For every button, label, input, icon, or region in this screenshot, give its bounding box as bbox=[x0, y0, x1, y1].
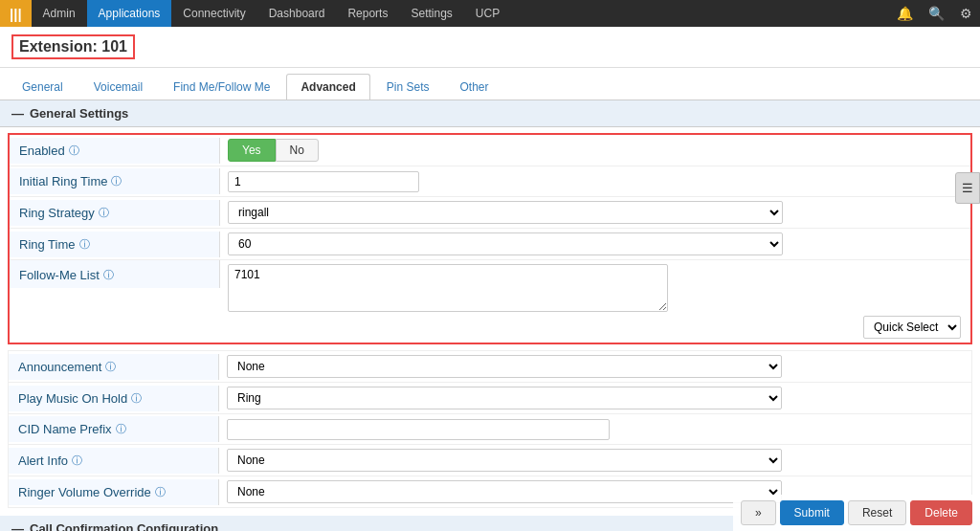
top-nav-right: 🔔 🔍 ⚙ bbox=[889, 6, 980, 21]
ring-time-select[interactable]: 60 bbox=[228, 232, 783, 255]
tab-advanced[interactable]: Advanced bbox=[286, 74, 369, 100]
cid-name-prefix-label: CID Name Prefix ⓘ bbox=[9, 416, 219, 442]
enabled-toggle: Yes No bbox=[228, 139, 319, 162]
nav-admin[interactable]: Admin bbox=[32, 0, 87, 27]
follow-me-list-label: Follow-Me List ⓘ bbox=[10, 260, 220, 288]
nav-ucp[interactable]: UCP bbox=[464, 0, 511, 27]
enabled-help-icon[interactable]: ⓘ bbox=[69, 144, 79, 158]
brand-icon: ||| bbox=[10, 6, 22, 22]
announcement-value: None bbox=[219, 351, 971, 382]
play-music-select[interactable]: Ring bbox=[227, 387, 782, 409]
play-music-value: Ring bbox=[219, 383, 971, 413]
nav-applications[interactable]: Applications bbox=[87, 0, 172, 27]
ringer-volume-label: Ringer Volume Override ⓘ bbox=[9, 479, 219, 505]
ring-strategy-row: Ring Strategy ⓘ ringall bbox=[10, 197, 970, 229]
ring-strategy-select[interactable]: ringall bbox=[228, 201, 783, 224]
play-music-help-icon[interactable]: ⓘ bbox=[131, 391, 142, 406]
main-content: — General Settings Enabled ⓘ Yes No bbox=[0, 100, 980, 531]
general-settings-title: General Settings bbox=[30, 106, 128, 121]
bottom-action-bar: » Submit Reset Delete bbox=[733, 495, 980, 531]
ring-strategy-label: Ring Strategy ⓘ bbox=[10, 200, 220, 226]
ring-time-value: 60 bbox=[220, 229, 970, 259]
initial-ring-time-help-icon[interactable]: ⓘ bbox=[111, 174, 122, 188]
enabled-label: Enabled ⓘ bbox=[10, 138, 220, 164]
delete-button[interactable]: Delete bbox=[910, 500, 972, 525]
nav-dashboard[interactable]: Dashboard bbox=[257, 0, 337, 27]
tab-other[interactable]: Other bbox=[446, 74, 503, 100]
reset-button[interactable]: Reset bbox=[848, 500, 906, 525]
alert-info-select[interactable]: None bbox=[227, 449, 782, 472]
highlighted-fields-section: Enabled ⓘ Yes No Initial Ring Time ⓘ bbox=[8, 133, 972, 344]
submit-button[interactable]: Submit bbox=[780, 500, 844, 525]
play-music-label: Play Music On Hold ⓘ bbox=[9, 386, 219, 411]
tab-general[interactable]: General bbox=[8, 74, 78, 100]
call-confirmation-title: Call Confirmation Configuration bbox=[30, 521, 218, 531]
follow-me-list-help-icon[interactable]: ⓘ bbox=[103, 268, 114, 282]
enabled-yes-button[interactable]: Yes bbox=[228, 139, 276, 162]
search-icon[interactable]: 🔍 bbox=[921, 6, 952, 21]
follow-me-list-row: Follow-Me List ⓘ 7101 Quick Select bbox=[10, 260, 970, 343]
ringer-volume-help-icon[interactable]: ⓘ bbox=[155, 485, 166, 499]
enabled-no-button[interactable]: No bbox=[276, 139, 319, 162]
announcement-label: Announcement ⓘ bbox=[9, 354, 219, 380]
alert-info-help-icon[interactable]: ⓘ bbox=[72, 454, 82, 468]
ringer-volume-select[interactable]: None bbox=[227, 480, 782, 503]
cid-name-prefix-row: CID Name Prefix ⓘ bbox=[9, 414, 971, 445]
other-fields-section: Announcement ⓘ None Play Music On Hold ⓘ bbox=[8, 350, 972, 508]
nav-reports[interactable]: Reports bbox=[336, 0, 399, 27]
top-navigation: ||| Admin Applications Connectivity Dash… bbox=[0, 0, 980, 27]
alert-info-row: Alert Info ⓘ None bbox=[9, 445, 971, 476]
cid-name-prefix-value bbox=[219, 415, 971, 444]
tab-pinsets[interactable]: Pin Sets bbox=[372, 74, 444, 100]
nav-settings[interactable]: Settings bbox=[399, 0, 463, 27]
extension-title-bar: Extension: 101 bbox=[0, 27, 980, 68]
bell-icon[interactable]: 🔔 bbox=[889, 6, 921, 21]
arrow-button[interactable]: » bbox=[741, 500, 776, 525]
list-icon: ☰ bbox=[962, 181, 973, 195]
cid-name-prefix-help-icon[interactable]: ⓘ bbox=[116, 422, 126, 436]
initial-ring-time-value bbox=[220, 167, 970, 196]
announcement-help-icon[interactable]: ⓘ bbox=[105, 360, 116, 374]
alert-info-label: Alert Info ⓘ bbox=[9, 448, 219, 474]
follow-me-list-textarea[interactable]: 7101 bbox=[228, 264, 668, 312]
alert-info-value: None bbox=[219, 445, 971, 476]
initial-ring-time-label: Initial Ring Time ⓘ bbox=[10, 168, 220, 194]
ring-time-row: Ring Time ⓘ 60 bbox=[10, 229, 970, 260]
gear-icon[interactable]: ⚙ bbox=[952, 6, 980, 21]
tab-findme[interactable]: Find Me/Follow Me bbox=[159, 74, 284, 100]
nav-connectivity[interactable]: Connectivity bbox=[171, 0, 256, 27]
ring-strategy-help-icon[interactable]: ⓘ bbox=[99, 206, 109, 220]
ring-strategy-value: ringall bbox=[220, 197, 970, 228]
right-panel-toggle[interactable]: ☰ bbox=[955, 172, 980, 204]
cid-name-prefix-input[interactable] bbox=[227, 419, 610, 440]
quick-select-dropdown[interactable]: Quick Select bbox=[863, 316, 961, 339]
enabled-row: Enabled ⓘ Yes No bbox=[10, 135, 970, 166]
brand-logo: ||| bbox=[0, 0, 32, 27]
initial-ring-time-row: Initial Ring Time ⓘ bbox=[10, 166, 970, 197]
announcement-select[interactable]: None bbox=[227, 355, 782, 378]
tab-voicemail[interactable]: Voicemail bbox=[79, 74, 157, 100]
quick-select-group: Quick Select bbox=[863, 316, 961, 339]
announcement-row: Announcement ⓘ None bbox=[9, 351, 971, 383]
extension-title: Extension: 101 bbox=[11, 34, 135, 59]
ring-time-help-icon[interactable]: ⓘ bbox=[79, 237, 90, 252]
ring-time-label: Ring Time ⓘ bbox=[10, 232, 220, 257]
enabled-value: Yes No bbox=[220, 135, 970, 166]
sub-tabs: General Voicemail Find Me/Follow Me Adva… bbox=[0, 68, 980, 100]
general-settings-header: — General Settings bbox=[0, 100, 980, 127]
play-music-row: Play Music On Hold ⓘ Ring bbox=[9, 383, 971, 414]
initial-ring-time-input[interactable] bbox=[228, 171, 419, 192]
follow-me-list-value: 7101 Quick Select bbox=[220, 260, 970, 343]
